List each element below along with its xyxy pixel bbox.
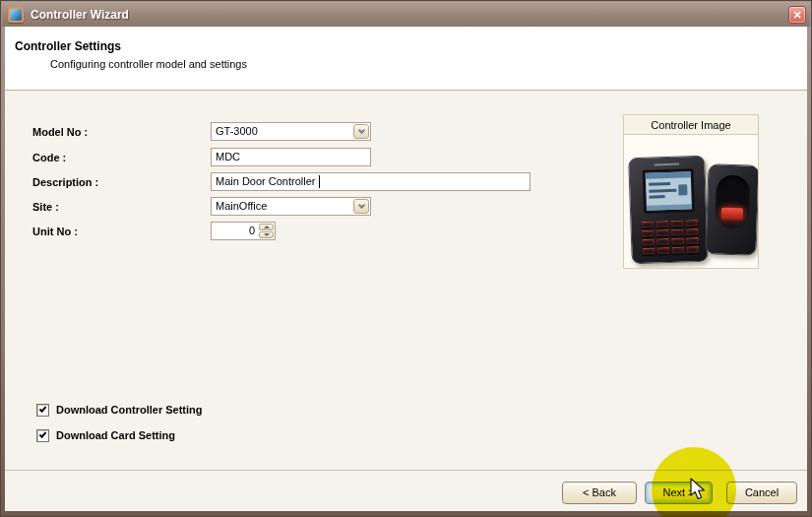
checkmark-icon xyxy=(39,430,47,438)
site-dropdown-button[interactable] xyxy=(353,199,369,214)
unit-no-spin-buttons xyxy=(259,224,274,238)
download-controller-setting-label: Download Controller Setting xyxy=(56,404,203,416)
download-controller-setting-row: Download Controller Setting xyxy=(36,403,203,417)
lcd-text-line xyxy=(649,182,670,186)
download-card-setting-checkbox[interactable] xyxy=(36,429,49,442)
code-value: MDC xyxy=(212,149,370,165)
description-input[interactable]: Main Door Controller xyxy=(211,172,531,191)
step-subtitle: Configuring controller model and setting… xyxy=(50,58,247,70)
unit-no-label: Unit No : xyxy=(32,223,200,240)
description-value: Main Door Controller xyxy=(212,173,319,190)
controller-image-panel-title: Controller Image xyxy=(624,115,758,135)
cancel-button[interactable]: Cancel xyxy=(726,482,797,504)
download-card-setting-row: Download Card Setting xyxy=(36,428,175,442)
app-icon xyxy=(8,7,24,23)
lcd-footer-bar xyxy=(647,204,692,211)
fingerprint-recess xyxy=(715,174,750,228)
description-label: Description : xyxy=(32,173,200,191)
lcd-text-line xyxy=(649,189,676,193)
window-title: Controller Wizard xyxy=(31,8,129,22)
chevron-down-icon xyxy=(357,201,364,208)
model-no-value: GT-3000 xyxy=(212,123,353,140)
spin-up-button[interactable] xyxy=(259,224,274,230)
next-button[interactable]: Next > xyxy=(645,482,713,504)
text-cursor xyxy=(319,175,320,188)
model-no-dropdown[interactable]: GT-3000 xyxy=(211,122,371,141)
back-button[interactable]: < Back xyxy=(562,482,637,504)
close-button[interactable]: ✕ xyxy=(788,6,806,24)
checkmark-icon xyxy=(39,405,47,413)
code-label: Code : xyxy=(32,149,200,166)
step-title: Controller Settings xyxy=(15,39,121,53)
site-label: Site : xyxy=(32,198,200,216)
device-brand-mark xyxy=(654,163,679,166)
fingerprint-sensor xyxy=(721,208,743,221)
arrow-down-icon xyxy=(264,233,270,236)
model-no-label: Model No : xyxy=(32,123,200,141)
lcd-text-line xyxy=(649,195,664,199)
unit-no-stepper[interactable]: 0 xyxy=(211,222,276,240)
arrow-up-icon xyxy=(264,226,270,228)
download-controller-setting-checkbox[interactable] xyxy=(36,404,49,417)
footer-divider xyxy=(5,470,807,471)
lcd-glyph xyxy=(678,184,687,195)
dialog-body: Controller Settings Configuring controll… xyxy=(5,27,807,511)
model-no-dropdown-button[interactable] xyxy=(353,124,369,139)
controller-image xyxy=(624,135,758,268)
spin-down-button[interactable] xyxy=(259,231,274,238)
controller-wizard-dialog: Controller Wizard ✕ Controller Settings … xyxy=(0,0,812,517)
wizard-step-header: Controller Settings Configuring controll… xyxy=(5,27,807,91)
site-dropdown[interactable]: MainOffice xyxy=(211,197,371,216)
lcd-header-bar xyxy=(646,171,691,179)
site-value: MainOffice xyxy=(212,198,353,215)
chevron-down-icon xyxy=(357,126,364,133)
device-keypad xyxy=(641,220,699,255)
controller-device-illustration xyxy=(628,156,709,265)
controller-image-panel: Controller Image xyxy=(623,114,759,269)
unit-no-value: 0 xyxy=(212,223,259,239)
device-lcd-screen xyxy=(643,168,696,214)
fingerprint-reader-illustration xyxy=(705,163,758,256)
titlebar[interactable]: Controller Wizard ✕ xyxy=(2,2,810,27)
close-icon: ✕ xyxy=(792,9,801,21)
code-input[interactable]: MDC xyxy=(211,148,371,166)
download-card-setting-label: Download Card Setting xyxy=(56,429,175,441)
